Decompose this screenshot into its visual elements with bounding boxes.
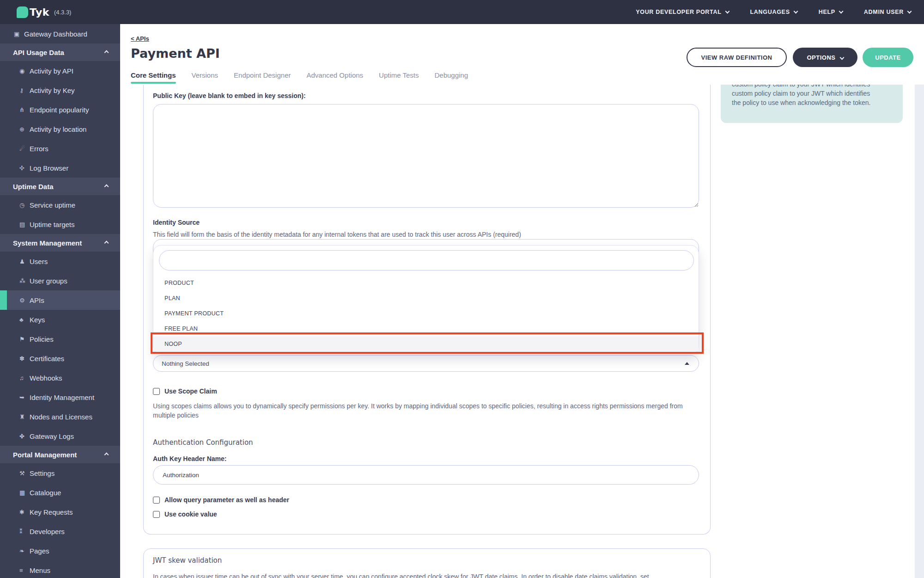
sidebar-item-certificates[interactable]: ✽Certificates: [0, 349, 120, 368]
globe-icon: ⊕: [19, 126, 30, 133]
sidebar: ▣Gateway Dashboard API Usage Data ◉Activ…: [0, 24, 120, 578]
sidebar-item-gateway-logs[interactable]: ✤Gateway Logs: [0, 426, 120, 446]
jwt-skew-validation-card: JWT skew validation In cases when issuer…: [143, 548, 711, 578]
sidebar-item-label: Policies: [30, 335, 54, 343]
sidebar-item-webhooks[interactable]: ♫Webhooks: [0, 368, 120, 387]
options-button[interactable]: OPTIONS: [793, 48, 857, 67]
option-free-plan[interactable]: FREE PLAN: [153, 321, 699, 336]
menu-help[interactable]: HELP: [819, 9, 843, 15]
sidebar-item-errors[interactable]: ☄Errors: [0, 139, 120, 158]
update-button[interactable]: UPDATE: [863, 48, 913, 67]
wrench-icon: ⚒: [19, 470, 30, 477]
scope-claim-description: Using scopes claims allows you to dynami…: [153, 401, 698, 420]
chevron-up-icon: [104, 240, 109, 245]
use-scope-claim-checkbox[interactable]: [153, 388, 160, 395]
tab-versions[interactable]: Versions: [192, 71, 219, 84]
sidebar-item-identity-management[interactable]: ➥Identity Management: [0, 387, 120, 407]
auth-key-header-label: Auth Key Header Name:: [153, 455, 227, 462]
version-label: (4.3.3): [54, 9, 72, 16]
sidebar-item-developers[interactable]: ⁑Developers: [0, 522, 120, 541]
jwt-skew-validation-title: JWT skew validation: [153, 556, 222, 565]
sidebar-item-label: APIs: [30, 296, 44, 304]
tab-debugging[interactable]: Debugging: [434, 71, 468, 84]
page-title: Payment API: [131, 46, 220, 61]
option-product[interactable]: PRODUCT: [153, 275, 699, 290]
use-cookie-value-checkbox[interactable]: [153, 511, 160, 518]
sidebar-item-label: Keys: [30, 316, 45, 324]
tab-core-settings[interactable]: Core Settings: [131, 71, 176, 84]
scrollbar[interactable]: [915, 85, 924, 578]
tab-advanced-options[interactable]: Advanced Options: [306, 71, 363, 84]
public-key-label: Public Key (leave blank to embed in key …: [153, 92, 306, 99]
list-icon: ▤: [19, 221, 30, 228]
sidebar-item-users[interactable]: ♟Users: [0, 252, 120, 271]
use-scope-claim-label: Use Scope Claim: [164, 387, 217, 395]
chevron-up-icon: [104, 184, 109, 189]
sidebar-item-key-requests[interactable]: ✱Key Requests: [0, 502, 120, 522]
sidebar-item-label: User groups: [30, 277, 67, 285]
sidebar-item-activity-by-key[interactable]: ⚷Activity by Key: [0, 80, 120, 100]
page-header: < APIs Payment API VIEW RAW DEFINITION O…: [120, 24, 924, 85]
sidebar-item-settings[interactable]: ⚒Settings: [0, 463, 120, 483]
sidebar-item-activity-by-api[interactable]: ◉Activity by API: [0, 61, 120, 80]
rosette-icon: ✽: [19, 355, 30, 362]
sidebar-item-label: Gateway Dashboard: [24, 30, 87, 38]
key-icon: ⚷: [19, 87, 30, 94]
option-noop[interactable]: NOOP: [153, 336, 699, 351]
core-settings-card: Public Key (leave blank to embed in key …: [143, 85, 711, 535]
sidebar-item-service-uptime[interactable]: ◷Service uptime: [0, 195, 120, 215]
users-icon: ⁂: [19, 277, 30, 284]
tyk-logo[interactable]: Tyk (4.3.3): [17, 6, 71, 18]
sidebar-item-label: Nodes and Licenses: [30, 413, 92, 421]
sidebar-item-keys[interactable]: ♣Keys: [0, 310, 120, 329]
chevron-down-icon: [725, 9, 729, 14]
tab-endpoint-designer[interactable]: Endpoint Designer: [234, 71, 291, 84]
menu-lines-icon: ≡: [19, 567, 30, 574]
option-payment-product[interactable]: PAYMENT PRODUCT: [153, 306, 699, 321]
allow-query-parameter-checkbox[interactable]: [153, 497, 160, 504]
sidebar-item-pages[interactable]: ❧Pages: [0, 541, 120, 560]
sidebar-item-label: Gateway Logs: [30, 432, 74, 440]
chevron-up-icon: [104, 50, 109, 55]
jwt-skew-validation-body: In cases when issuer time can be out of …: [153, 572, 698, 578]
sidebar-item-policies[interactable]: ⚑Policies: [0, 329, 120, 349]
breadcrumb-apis-link[interactable]: < APIs: [131, 35, 149, 42]
sidebar-item-menus[interactable]: ≡Menus: [0, 560, 120, 578]
donut-chart-icon: ◉: [19, 68, 30, 74]
public-key-textarea[interactable]: [153, 104, 699, 208]
sidebar-item-activity-by-location[interactable]: ⊕Activity by location: [0, 119, 120, 139]
allow-query-parameter-row[interactable]: Allow query parameter as well as header: [153, 496, 289, 504]
sidebar-item-apis[interactable]: ⚙APIs: [0, 290, 120, 310]
sidebar-item-log-browser[interactable]: ✣Log Browser: [0, 158, 120, 178]
policy-select[interactable]: Nothing Selected: [153, 355, 699, 372]
bank-icon: ♜: [19, 413, 30, 420]
sidebar-item-gateway-dashboard[interactable]: ▣Gateway Dashboard: [0, 24, 120, 43]
sidebar-item-catalogue[interactable]: ▦Catalogue: [0, 483, 120, 502]
sidebar-section-portal-management[interactable]: Portal Management: [0, 446, 120, 463]
tab-uptime-tests[interactable]: Uptime Tests: [379, 71, 419, 84]
bug-icon: ✣: [19, 165, 30, 172]
sidebar-item-label: Activity by API: [30, 67, 73, 75]
section-label: Uptime Data: [13, 183, 54, 191]
identity-source-dropdown: PRODUCT PLAN PAYMENT PRODUCT FREE PLAN N…: [153, 245, 699, 354]
use-scope-claim-row[interactable]: Use Scope Claim: [153, 387, 217, 395]
sidebar-section-uptime-data[interactable]: Uptime Data: [0, 178, 120, 195]
sitemap-icon: ♣: [19, 316, 30, 323]
auth-key-header-input[interactable]: [153, 465, 699, 485]
use-cookie-value-row[interactable]: Use cookie value: [153, 510, 217, 518]
sidebar-item-nodes-and-licenses[interactable]: ♜Nodes and Licenses: [0, 407, 120, 426]
sidebar-section-system-management[interactable]: System Management: [0, 234, 120, 252]
menu-developer-portal[interactable]: YOUR DEVELOPER PORTAL: [636, 9, 729, 15]
menu-admin-user[interactable]: ADMIN USER: [864, 9, 911, 15]
dropdown-search-input[interactable]: [159, 250, 694, 271]
bug-icon: ✤: [19, 433, 30, 440]
sidebar-section-api-usage-data[interactable]: API Usage Data: [0, 43, 120, 61]
menu-languages[interactable]: LANGUAGES: [750, 9, 797, 15]
gears-icon: ⚙: [19, 297, 30, 304]
view-raw-definition-button[interactable]: VIEW RAW DEFINITION: [687, 48, 787, 67]
sidebar-item-uptime-targets[interactable]: ▤Uptime targets: [0, 215, 120, 234]
sidebar-item-label: Pages: [30, 547, 49, 555]
sidebar-item-user-groups[interactable]: ⁂User groups: [0, 271, 120, 290]
option-plan[interactable]: PLAN: [153, 290, 699, 306]
sidebar-item-endpoint-popularity[interactable]: ⋔Endpoint popularity: [0, 100, 120, 119]
